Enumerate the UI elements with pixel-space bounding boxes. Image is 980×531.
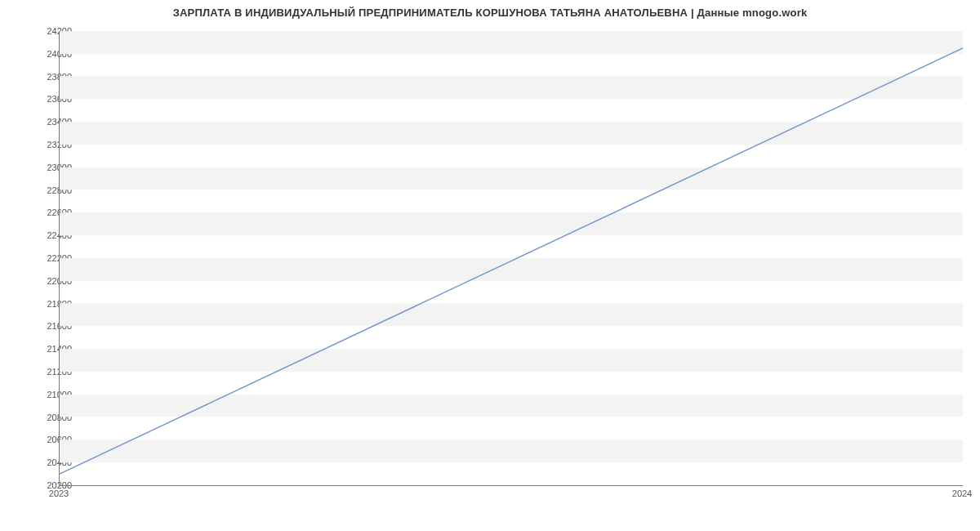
x-tick-label: 2024: [952, 489, 972, 498]
chart-title: ЗАРПЛАТА В ИНДИВИДУАЛЬНЫЙ ПРЕДПРИНИМАТЕЛ…: [0, 7, 980, 19]
line-layer: [60, 31, 963, 485]
x-tick-label: 2023: [49, 489, 69, 498]
series-line: [60, 48, 963, 474]
plot-area: [59, 31, 963, 486]
chart-container: ЗАРПЛАТА В ИНДИВИДУАЛЬНЫЙ ПРЕДПРИНИМАТЕЛ…: [0, 0, 980, 531]
